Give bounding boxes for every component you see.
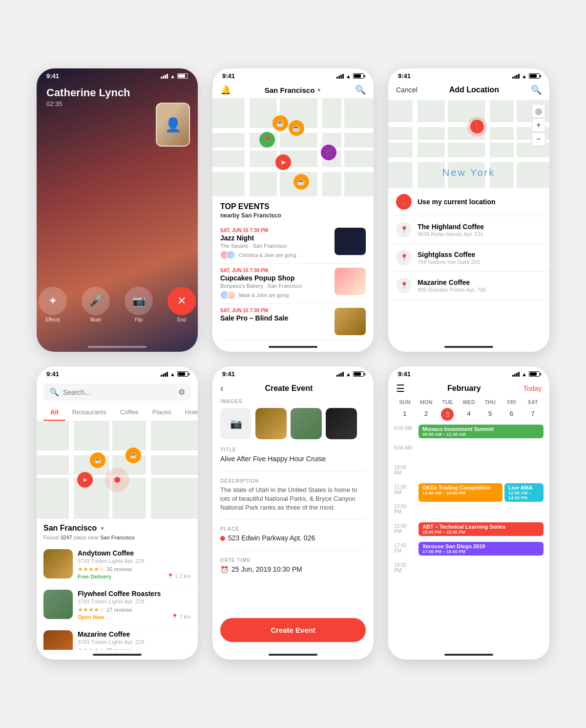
search-icon-2[interactable]: 🔍 <box>355 85 366 95</box>
cancel-button[interactable]: Cancel <box>396 86 418 94</box>
place-item-0[interactable]: Andytown Coffee 3793 Triston Lights Apt.… <box>37 544 198 585</box>
tab-coffee[interactable]: Coffee <box>113 405 146 421</box>
status-time-3: 9:41 <box>398 72 411 80</box>
tab-places[interactable]: Places <box>146 405 178 421</box>
city-selector[interactable]: San Francisco ▼ <box>265 86 321 94</box>
desc-field-value[interactable]: The state of Utah in the United States i… <box>220 486 366 513</box>
location-item-2[interactable]: 📍 Sightglass Coffee 769 Isadore Isle Sui… <box>388 244 549 272</box>
event-monaco[interactable]: Monaco Investment Summit 08:00 AM – 11:3… <box>419 425 544 438</box>
date-7[interactable]: 7 <box>522 408 544 421</box>
mute-button[interactable]: 🎤 <box>82 287 110 315</box>
bell-icon[interactable]: 🔔 <box>220 85 231 95</box>
search-input[interactable] <box>63 388 174 396</box>
event-liveama[interactable]: Live AMA 12:00 AM – 14:00 PM <box>504 483 544 502</box>
zoom-out-button[interactable]: − <box>532 132 545 146</box>
title-field-value[interactable]: Alive After Five Happy Hour Cruise <box>220 454 366 464</box>
date-5[interactable]: 5 <box>480 408 501 421</box>
status-time-2: 9:41 <box>222 72 235 80</box>
compass-icon[interactable]: ◎ <box>532 104 545 118</box>
map-pin-orange-1[interactable]: ☕ <box>289 120 304 136</box>
map-background-3: 📍 New York ◎ + − <box>388 100 549 188</box>
event-xerocon[interactable]: Xerocon San Diego 2019 17:00 PM – 18:00 … <box>419 542 544 556</box>
user-dot <box>114 477 120 483</box>
date-1[interactable]: 1 <box>394 408 416 421</box>
map-pin-bottom[interactable]: ☕ <box>293 174 309 190</box>
map-pin-orange-2[interactable]: ☕ <box>272 115 288 131</box>
filter-icon[interactable]: ⚙ <box>178 387 185 397</box>
event-item-1[interactable]: SAT, JUN 15 7:30 PM Cupcakes Popup Shop … <box>220 264 366 304</box>
tab-all[interactable]: All <box>43 405 65 421</box>
menu-icon[interactable]: ☰ <box>396 383 405 394</box>
time-row-800: 8:00 AM Monaco Investment Summit 08:00 A… <box>394 425 544 444</box>
mute-control[interactable]: 🎤 Mute <box>81 287 110 322</box>
mini-map-bg: ☕ ☕ ➤ <box>37 421 198 519</box>
status-icons-3: ▲ <box>512 73 540 79</box>
event-desc-field: DESCRIPTION The state of Utah in the Uni… <box>220 478 366 520</box>
back-button[interactable]: ‹ <box>220 383 224 394</box>
location-item-1[interactable]: 📍 The Highland Coffee 9638 Retta Islands… <box>388 216 549 244</box>
event-item-2[interactable]: SAT, JUN 15 7:30 PM Sale Pro – Blind Sal… <box>220 304 366 340</box>
mini-map-pin-red[interactable]: ➤ <box>77 472 93 488</box>
datetime-value: 25 Jun, 2019 10:30 PM <box>231 565 302 575</box>
day-sun: SUN <box>394 399 416 405</box>
create-event-button[interactable]: Create Event <box>220 618 366 642</box>
status-icons-6: ▲ <box>512 371 540 377</box>
home-indicator-1 <box>88 346 146 348</box>
caller-name: Catherine Lynch <box>46 86 188 99</box>
today-button[interactable]: Today <box>523 385 542 392</box>
call-controls: ✦ Effects 🎤 Mute 📷 Flip <box>37 287 198 322</box>
time-label-1300: 13:00 PM <box>394 503 415 514</box>
mute-label: Mute <box>81 317 110 322</box>
place-info-1: Flywheel Coffee Roasters 3793 Triston Li… <box>78 590 191 620</box>
event-item-0[interactable]: SAT, JUN 15 7:30 PM Jazz Night The Squar… <box>220 224 366 264</box>
image-thumb-3[interactable] <box>326 408 357 439</box>
current-location-info: Use my current location <box>418 198 496 206</box>
tab-hotel[interactable]: Hotel <box>178 405 198 421</box>
clock-icon: ⏰ <box>220 566 229 574</box>
found-count: 3247 <box>60 535 72 540</box>
time-label-1900: 19:00 PM <box>394 561 415 573</box>
place-addr-0: 3793 Triston Lights Apt. 229 <box>78 558 191 564</box>
zoom-in-button[interactable]: + <box>532 118 545 132</box>
tab-restaurants[interactable]: Restaurants <box>65 405 113 421</box>
use-current-location-item[interactable]: 📍 Use my current location <box>388 188 549 216</box>
phone-add-location: 9:41 ▲ Cancel Add Location 🔍 <box>388 68 549 352</box>
desc-field-label: DESCRIPTION <box>220 478 366 484</box>
end-call-button[interactable]: ✕ <box>167 287 196 315</box>
image-thumb-1[interactable] <box>255 408 287 439</box>
location-addr-3: 999 Brandon Points Apt. 706 <box>418 287 486 293</box>
flip-button[interactable]: 📷 <box>125 287 153 315</box>
map-pin-red[interactable]: ➤ <box>275 154 291 170</box>
search-icon-3[interactable]: 🔍 <box>531 85 542 95</box>
datetime-field-value[interactable]: ⏰ 25 Jun, 2019 10:30 PM <box>220 565 366 575</box>
event-okex[interactable]: OKEx Trading Competition 11:00 AM – 14:0… <box>419 483 502 502</box>
image-thumb-2[interactable] <box>291 408 322 439</box>
flip-control[interactable]: 📷 Flip <box>124 287 153 322</box>
date-4[interactable]: 4 <box>458 408 480 421</box>
map-pin-green[interactable]: 📍 <box>259 132 275 148</box>
date-2[interactable]: 2 <box>416 408 437 421</box>
day-tue: TUE <box>437 399 458 405</box>
effects-control[interactable]: ✦ Effects <box>38 287 67 322</box>
event-abt[interactable]: ABT – Technical Learning Series 15:00 PM… <box>419 522 544 536</box>
effects-button[interactable]: ✦ <box>39 287 67 315</box>
event-attendees-1: Mask & John are going <box>220 291 330 300</box>
event-time-monaco: 08:00 AM – 11:30 AM <box>422 432 540 437</box>
found-text: Found 3247 place near San Francisco <box>37 535 198 544</box>
date-3-today[interactable]: 3 <box>441 408 454 421</box>
place-item-2[interactable]: Mazarine Coffee 3793 Triston Lights Apt.… <box>37 625 198 650</box>
end-control[interactable]: ✕ End <box>167 287 196 322</box>
event-venue-1: Bonpass's Bakery · San Francisco <box>220 283 330 289</box>
date-6[interactable]: 6 <box>501 408 523 421</box>
event-attendees-0: Christina & Jean are going <box>220 251 330 259</box>
map-pin-purple[interactable]: 🎵 <box>321 145 336 160</box>
place-field-value[interactable]: 523 Edwin Parkway Apt. 026 <box>220 534 366 543</box>
mini-map-pin-2[interactable]: ☕ <box>126 448 141 463</box>
add-image-button[interactable]: 📷 <box>220 408 251 439</box>
event-image-2 <box>335 308 366 335</box>
mini-map-pin-1[interactable]: ☕ <box>90 452 105 468</box>
search-bar[interactable]: 🔍 ⚙ <box>43 384 191 401</box>
location-item-3[interactable]: 📍 Mazarine Coffee 999 Brandon Points Apt… <box>388 272 549 300</box>
place-item-1[interactable]: Flywheel Coffee Roasters 3793 Triston Li… <box>37 585 198 625</box>
map-view-2: ☕ 📍 ☕ 🎵 ➤ ☕ <box>212 99 374 196</box>
